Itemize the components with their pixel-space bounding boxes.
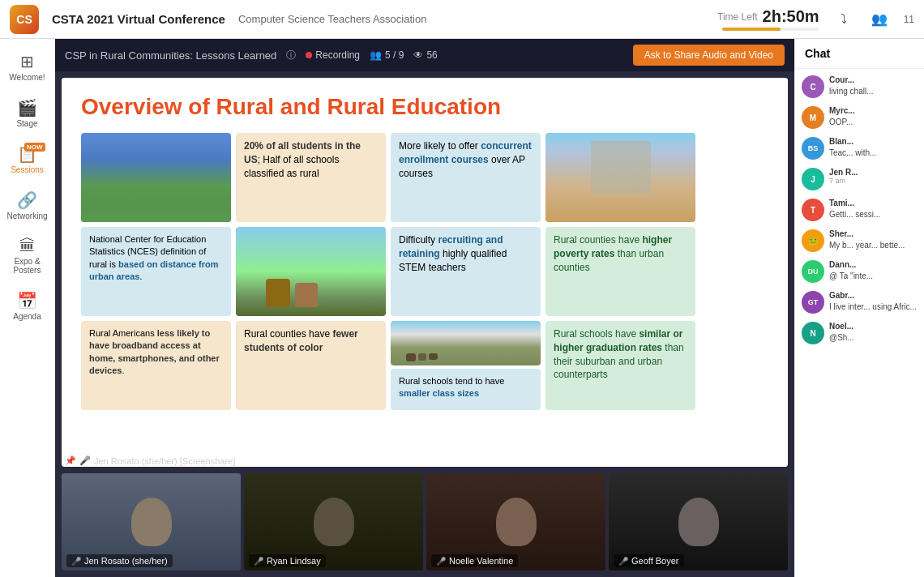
sidebar-item-networking[interactable]: 🔗 Networking [3, 184, 52, 227]
slide-title: Overview of Rural and Rural Education [81, 94, 768, 120]
viewers-badge: 👁 56 [413, 49, 437, 61]
msg-name-5: Tami... [829, 199, 918, 207]
mic-icon-jen: 🎤 [71, 557, 81, 566]
msg-body-3: Blan... Teac... with... [829, 137, 918, 160]
msg-name-8: Gabr... [829, 291, 918, 300]
stat-20pct-rest: ; Half of all schools classified as rura… [244, 154, 339, 179]
sidebar-label-expo: Expo & Posters [6, 257, 49, 275]
class-size-pre: Rural schools tend to have [399, 376, 504, 386]
app-logo: CS [10, 5, 39, 34]
conference-title: CSTA 2021 Virtual Conference [52, 12, 225, 26]
timer-section: Time Left 2h:50m [717, 7, 819, 31]
avatar-n: N [802, 322, 824, 344]
screenshare-icon: 📌 [65, 455, 76, 466]
chat-panel: Chat C Cour... living chall... M Myrc...… [794, 39, 924, 577]
stat-20pct: 20% of all students in the US; Half of a… [236, 133, 386, 222]
class-size-bold: smaller class sizes [399, 388, 479, 398]
msg-name-3: Blan... [829, 137, 918, 146]
msg-name-7: Dann... [829, 260, 918, 269]
info-icon[interactable]: ⓘ [286, 49, 296, 62]
msg-text-5: Getti... sessi... [829, 209, 918, 220]
msg-name-9: Noel... [829, 322, 918, 331]
sidebar-item-expo[interactable]: 🏛 Expo & Posters [3, 230, 52, 281]
video-label-ryan: Ryan Lindsay [267, 556, 321, 566]
networking-icon: 🔗 [17, 190, 37, 210]
viewers-count: 56 [426, 49, 437, 61]
grad-pre: Rural schools have [554, 328, 639, 340]
now-badge: NOW [24, 143, 45, 152]
avatar-m: M [802, 106, 824, 129]
concurrent-enrollment: More likely to offer concurrent enrollme… [391, 133, 541, 222]
msg-body-8: Gabr... I live inter... using Afric... [829, 291, 918, 314]
msg-body-4: Jen R... 7 am [829, 168, 918, 190]
sidebar-item-welcome[interactable]: ⊞ Welcome! [3, 45, 52, 88]
chat-header: Chat [795, 39, 924, 69]
cattle-image [391, 321, 541, 365]
sidebar: ⊞ Welcome! 🎬 Stage NOW 📋 Sessions 🔗 Netw… [0, 39, 55, 577]
poverty-pre: Rural counties have [554, 234, 642, 246]
participants-icon: 👥 [370, 49, 382, 61]
agenda-icon: 📅 [17, 291, 37, 310]
avatar-gt: GT [802, 291, 824, 314]
video-label-jen: Jen Rosato (she/her) [84, 556, 168, 566]
chat-msg-7: DU Dann... @ Ta "inte... [802, 260, 918, 283]
participants-icon[interactable]: 👥 [868, 8, 891, 31]
video-tile-geoff[interactable]: 🎤 Geoff Boyer [609, 473, 788, 571]
video-name-geoff: 🎤 Geoff Boyer [614, 554, 684, 567]
slide-content: Overview of Rural and Rural Education 20… [62, 78, 788, 467]
ask-share-button[interactable]: Ask to Share Audio and Video [633, 45, 785, 66]
stem-difficulty: Difficulty recruiting and retaining high… [391, 227, 541, 316]
video-strip: 📌 🎤 Jen Rosato (she/her) [Screenshare] 🎤… [62, 473, 788, 571]
presenter-name: 🎤 [79, 455, 91, 466]
msg-text-9: @Sh... [829, 332, 918, 343]
mic-icon-geoff: 🎤 [618, 557, 628, 566]
video-tile-noelle[interactable]: 🎤 Noelle Valentine [426, 473, 605, 571]
chat-msg-3: BS Blan... Teac... with... [802, 137, 918, 160]
sidebar-item-sessions[interactable]: NOW 📋 Sessions [3, 138, 52, 181]
chat-msg-4: J Jen R... 7 am [802, 168, 918, 190]
msg-body-1: Cour... living chall... [829, 75, 918, 98]
msg-text-6: My b... year... bette... [829, 240, 918, 250]
msg-body-2: Myrc... OOP... [829, 106, 918, 129]
chat-msg-9: N Noel... @Sh... [802, 322, 918, 344]
video-name-ryan: 🎤 Ryan Lindsay [249, 554, 326, 567]
chat-messages[interactable]: C Cour... living chall... M Myrc... OOP.… [795, 69, 924, 577]
recording-badge: Recording [306, 49, 360, 61]
video-tile-ryan[interactable]: 🎤 Ryan Lindsay [244, 473, 423, 571]
session-bar: CSP in Rural Communities: Lessons Learne… [55, 39, 794, 71]
slide-container: Overview of Rural and Rural Education 20… [55, 71, 794, 577]
chat-msg-2: M Myrc... OOP... [802, 106, 918, 129]
timer-bar [722, 28, 781, 31]
sidebar-item-agenda[interactable]: 📅 Agenda [3, 284, 52, 327]
time-left-value: 2h:50m [763, 7, 819, 26]
class-size-section: Rural schools tend to have smaller class… [391, 321, 541, 410]
nces-definition: National Center for Education Statistics… [81, 227, 231, 316]
content-area: CSP in Rural Communities: Lessons Learne… [55, 39, 794, 577]
mountains-image [81, 133, 231, 222]
home-icon: ⊞ [20, 52, 34, 71]
video-tile-jen[interactable]: 🎤 Jen Rosato (she/her) [62, 473, 241, 571]
sidebar-label-agenda: Agenda [13, 312, 41, 321]
graduation-rates: Rural schools have similar or higher gra… [545, 321, 695, 410]
chat-msg-5: T Tami... Getti... sessi... [802, 199, 918, 221]
slide-frame: Overview of Rural and Rural Education 20… [62, 78, 788, 467]
video-name-noelle: 🎤 Noelle Valentine [431, 554, 518, 567]
avatar-s: 🐸 [802, 229, 824, 252]
sidebar-item-stage[interactable]: 🎬 Stage [3, 92, 52, 135]
avatar-t: T [802, 199, 824, 221]
video-name-jen: 🎤 Jen Rosato (she/her) [66, 554, 173, 567]
msg-name-4: Jen R... [829, 168, 918, 177]
msg-body-9: Noel... @Sh... [829, 322, 918, 344]
exit-icon[interactable]: ⤵ [832, 8, 855, 31]
video-label-noelle: Noelle Valentine [449, 556, 513, 566]
chat-msg-1: C Cour... living chall... [802, 75, 918, 98]
participants-badge: 👥 5 / 9 [370, 49, 404, 61]
class-size: Rural schools tend to have smaller class… [391, 369, 541, 410]
field-image [545, 133, 695, 222]
presenter-name-text: Jen Rosato (she/her) [Screenshare] [94, 456, 235, 466]
sidebar-label-welcome: Welcome! [9, 73, 45, 82]
msg-body-7: Dann... @ Ta "inte... [829, 260, 918, 283]
broadband-pre: Rural Americans [89, 328, 157, 338]
video-label-geoff: Geoff Boyer [631, 556, 679, 566]
sidebar-label-networking: Networking [6, 212, 47, 220]
